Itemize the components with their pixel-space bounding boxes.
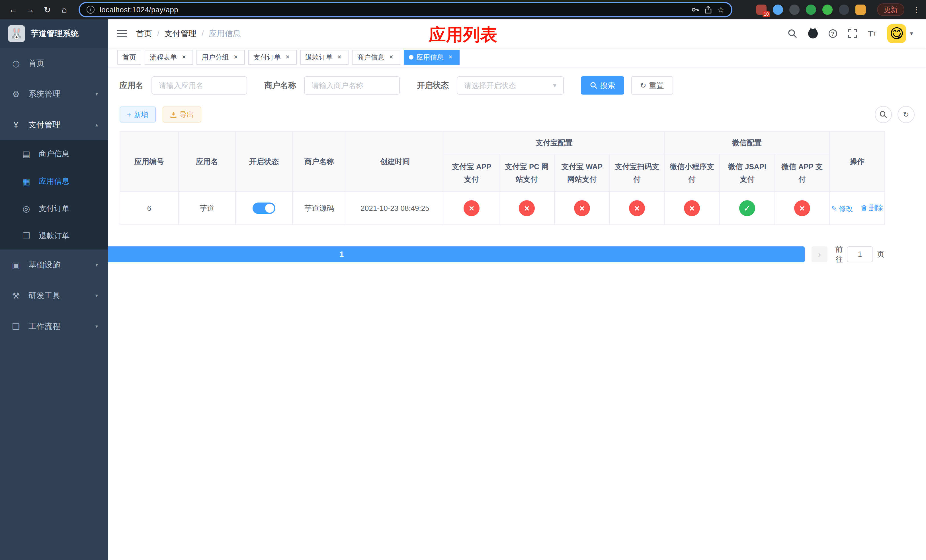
sidebar-item-home[interactable]: ◷ 首页 — [0, 48, 108, 79]
pencil-icon: ✎ — [831, 204, 837, 213]
add-button[interactable]: + 新增 — [120, 106, 156, 123]
back-icon[interactable]: ← — [6, 2, 21, 17]
main-area: 首页 / 支付管理 / 应用信息 ? TT 😋 ▼ — [108, 20, 926, 560]
share-icon[interactable] — [704, 6, 712, 14]
hamburger-icon[interactable] — [117, 29, 127, 38]
goto-suffix: 页 — [877, 249, 884, 259]
delete-label: 删除 — [869, 203, 883, 212]
user-menu[interactable]: 😋 ▼ — [887, 24, 914, 43]
add-button-label: 新增 — [134, 110, 148, 120]
sidebar-item-system[interactable]: ⚙ 系统管理 ▾ — [0, 79, 108, 109]
next-page-button[interactable]: › — [811, 247, 828, 262]
sidebar-item-infrastructure[interactable]: ▣ 基础设施 ▾ — [0, 250, 108, 280]
tab-merchant-info[interactable]: 商户信息× — [352, 50, 400, 65]
sidebar-item-workflow[interactable]: ❏ 工作流程 ▾ — [0, 311, 108, 342]
url-text[interactable]: localhost:1024/pay/app — [100, 5, 686, 14]
alipay-wap-pay-status-icon: × — [574, 200, 590, 216]
update-button[interactable]: 更新 — [877, 3, 904, 16]
info-icon[interactable]: i — [86, 6, 95, 14]
ext-icon-5[interactable] — [822, 5, 832, 15]
tab-close-icon[interactable]: × — [232, 53, 240, 61]
page-number-1[interactable]: 1 — [0, 247, 805, 262]
col-merchant: 商户名称 — [292, 131, 346, 192]
sidebar-item-pay-order[interactable]: ◎ 支付订单 — [0, 195, 108, 222]
ext-icon-1[interactable]: 10 — [756, 5, 767, 15]
app-table: 应用编号 应用名 开启状态 商户名称 创建时间 支付宝配置 微信配置 操作 支付… — [120, 131, 885, 225]
sidebar-item-label: 支付订单 — [39, 203, 98, 213]
col-alipay-wap: 支付宝 WAP 网站支付 — [554, 154, 610, 192]
table-row: 6 芋道 芋道源码 2021-10-23 08:49:25 × × × × × … — [120, 192, 885, 225]
breadcrumb-current: 应用信息 — [209, 28, 241, 39]
active-dot — [409, 55, 413, 59]
ext-icon-6[interactable] — [839, 5, 849, 15]
export-button[interactable]: 导出 — [163, 106, 201, 123]
merchant-name-label: 商户名称 — [264, 80, 296, 91]
browser-menu-icon[interactable]: ⋮ — [912, 5, 920, 14]
tab-home[interactable]: 首页 — [117, 50, 141, 65]
dashboard-icon: ◷ — [11, 58, 21, 68]
tab-close-icon[interactable]: × — [180, 53, 188, 61]
address-bar[interactable]: i localhost:1024/pay/app ☆ — [79, 2, 732, 17]
search-icon[interactable] — [788, 29, 797, 38]
monitor-icon: ▣ — [11, 260, 21, 270]
sidebar-item-refund-order[interactable]: ❐ 退款订单 — [0, 222, 108, 250]
toggle-search-button[interactable] — [875, 106, 892, 123]
sidebar-item-devtools[interactable]: ⚒ 研发工具 ▾ — [0, 280, 108, 311]
sidebar-item-payment[interactable]: ¥ 支付管理 ▴ — [0, 109, 108, 140]
search-button-label: 搜索 — [600, 80, 615, 91]
breadcrumb-separator: / — [157, 29, 159, 38]
forward-icon[interactable]: → — [23, 2, 38, 17]
breadcrumb-payment[interactable]: 支付管理 — [165, 28, 197, 39]
ext-icon-2[interactable] — [773, 5, 783, 15]
tab-label: 支付订单 — [253, 53, 281, 62]
tab-label: 退款订单 — [305, 53, 333, 62]
cell-app-id: 6 — [120, 192, 179, 225]
tab-close-icon[interactable]: × — [446, 53, 454, 61]
sidebar-item-app-info[interactable]: ▦ 应用信息 — [0, 168, 108, 195]
ext-icon-3[interactable] — [789, 5, 800, 15]
sidebar-item-label: 支付管理 — [29, 120, 88, 130]
fullscreen-icon[interactable] — [848, 29, 857, 38]
github-icon[interactable] — [808, 29, 818, 38]
browser-chrome: ← → ↻ ⌂ i localhost:1024/pay/app ☆ 10 更新… — [0, 0, 926, 20]
search-button[interactable]: 搜索 — [581, 76, 624, 95]
key-icon[interactable] — [691, 6, 699, 14]
cell-created: 2021-10-23 08:49:25 — [346, 192, 444, 225]
goto-page-input[interactable] — [847, 247, 873, 262]
tab-user-group[interactable]: 用户分组× — [197, 50, 245, 65]
sidebar-item-merchant-info[interactable]: ▤ 商户信息 — [0, 140, 108, 168]
delete-button[interactable]: 删除 — [861, 203, 883, 212]
chevron-down-icon: ▾ — [95, 292, 98, 299]
reset-button[interactable]: ↻ 重置 — [631, 76, 673, 95]
user-avatar: 😋 — [887, 24, 906, 43]
ext-icon-7[interactable] — [855, 5, 865, 15]
sidebar-item-label: 工作流程 — [29, 321, 88, 332]
tab-pay-order[interactable]: 支付订单× — [248, 50, 297, 65]
app-name-input[interactable] — [151, 76, 247, 95]
edit-button[interactable]: ✎修改 — [831, 204, 853, 213]
cell-merchant: 芋道源码 — [292, 192, 346, 225]
font-size-icon[interactable]: TT — [868, 29, 877, 38]
breadcrumb-home[interactable]: 首页 — [136, 28, 152, 39]
cell-actions: ✎修改 删除 — [829, 192, 885, 225]
home-icon[interactable]: ⌂ — [57, 2, 72, 17]
ext-icon-4[interactable] — [806, 5, 816, 15]
tab-close-icon[interactable]: × — [336, 53, 343, 61]
tab-process-form[interactable]: 流程表单× — [145, 50, 193, 65]
reload-icon[interactable]: ↻ — [40, 2, 54, 17]
help-icon[interactable]: ? — [829, 29, 837, 38]
bookmark-star-icon[interactable]: ☆ — [717, 5, 725, 15]
refresh-table-button[interactable]: ↻ — [897, 106, 915, 123]
download-icon — [170, 111, 177, 118]
merchant-name-input[interactable] — [304, 76, 400, 95]
breadcrumb: 首页 / 支付管理 / 应用信息 — [136, 28, 241, 39]
chevron-down-icon: ▾ — [95, 262, 98, 268]
tab-close-icon[interactable]: × — [284, 53, 292, 61]
status-select[interactable]: 请选择开启状态 ▼ — [457, 76, 564, 95]
sidebar-logo[interactable]: 🐰 芋道管理系统 — [0, 20, 108, 48]
tab-refund-order[interactable]: 退款订单× — [300, 50, 348, 65]
tab-close-icon[interactable]: × — [387, 53, 395, 61]
tab-app-info[interactable]: 应用信息× — [404, 50, 460, 65]
enabled-toggle[interactable] — [253, 203, 275, 214]
col-group-wechat: 微信配置 — [664, 131, 829, 154]
